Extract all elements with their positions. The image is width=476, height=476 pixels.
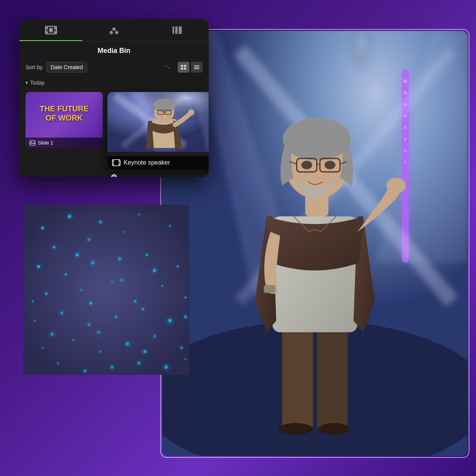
svg-point-12 [404, 126, 407, 129]
svg-point-1 [162, 321, 468, 456]
slide-label: Slide 1 [26, 138, 103, 148]
svg-rect-52 [181, 68, 183, 70]
svg-rect-18 [282, 321, 313, 429]
svg-rect-77 [119, 160, 119, 162]
svg-point-32 [325, 161, 335, 169]
slide-title: THE FUTURE OF WORK [36, 104, 93, 122]
sort-label: Sort by [26, 64, 42, 70]
svg-point-67 [153, 99, 175, 112]
svg-point-44 [112, 27, 116, 31]
video-thumbnail[interactable]: Keynote speaker [107, 92, 209, 169]
film-strip-icon [45, 25, 57, 36]
media-bin-title: Media Bin [19, 41, 209, 59]
sparkle-background [23, 205, 189, 375]
svg-point-20 [278, 423, 313, 435]
view-buttons [178, 62, 202, 73]
sort-select[interactable]: Date Created Name Type Size NameTypeSize [46, 62, 87, 73]
media-bin-panel: Media Bin Sort by Date Created Name Type… [19, 19, 209, 177]
section-arrow: ▾ [26, 80, 28, 85]
list-view-button[interactable] [191, 62, 202, 73]
svg-rect-54 [194, 65, 199, 66]
section-header-today[interactable]: ▾ Today [19, 77, 209, 88]
svg-point-8 [403, 79, 407, 83]
svg-point-15 [404, 161, 407, 164]
svg-point-21 [319, 423, 350, 435]
grid-view-button[interactable] [178, 62, 189, 73]
svg-rect-55 [194, 67, 199, 68]
svg-point-9 [404, 91, 407, 94]
svg-rect-47 [173, 26, 174, 34]
svg-point-13 [404, 138, 407, 141]
connection-dot [111, 174, 117, 177]
sort-bar: Sort by Date Created Name Type Size Name… [19, 59, 209, 77]
svg-rect-34 [264, 285, 275, 293]
svg-rect-51 [184, 65, 186, 67]
thumbnails-grid: THE FUTURE OF WORK Slide 1 [19, 88, 209, 177]
objects-icon [108, 25, 120, 36]
svg-rect-49 [179, 26, 182, 34]
tab-bar [19, 19, 209, 41]
svg-rect-19 [317, 321, 348, 429]
slide-name: Slide 1 [38, 140, 53, 146]
svg-rect-39 [46, 32, 48, 33]
svg-point-33 [386, 178, 406, 193]
svg-rect-75 [113, 160, 114, 162]
svg-rect-56 [194, 68, 199, 69]
svg-point-46 [115, 31, 119, 34]
svg-rect-41 [54, 32, 56, 33]
svg-point-14 [404, 149, 407, 152]
svg-rect-78 [119, 164, 119, 165]
svg-point-31 [301, 161, 312, 169]
svg-rect-53 [184, 68, 186, 70]
video-label: Keynote speaker [107, 156, 209, 169]
svg-rect-48 [175, 26, 178, 34]
svg-point-25 [283, 118, 351, 160]
svg-point-71 [188, 109, 194, 116]
video-name: Keynote speaker [124, 159, 170, 166]
library-icon [171, 25, 183, 36]
slide-preview: THE FUTURE OF WORK [26, 92, 103, 134]
tab-media[interactable] [19, 19, 82, 41]
svg-rect-40 [54, 27, 56, 29]
svg-rect-50 [181, 65, 183, 67]
svg-point-45 [109, 31, 113, 34]
sort-select-wrapper[interactable]: Date Created Name Type Size NameTypeSize [46, 62, 174, 73]
svg-rect-38 [46, 27, 48, 29]
slide-thumbnail[interactable]: THE FUTURE OF WORK Slide 1 [26, 92, 103, 148]
film-icon [112, 159, 121, 166]
tab-objects[interactable] [82, 19, 145, 41]
video-preview [107, 92, 209, 152]
svg-rect-76 [113, 164, 114, 165]
section-label: Today [30, 80, 44, 86]
tab-library[interactable] [146, 19, 209, 41]
image-icon [29, 140, 36, 146]
